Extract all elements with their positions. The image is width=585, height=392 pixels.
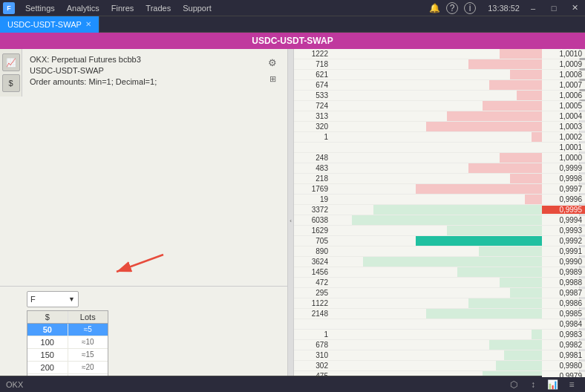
bar-area-4 [331,91,542,100]
status-icon-2[interactable]: ↕ [526,377,540,392]
price-row-17[interactable]: 16290,9993 [294,226,585,236]
qty-left-8: 1 [294,133,331,141]
bar-fill-18 [416,236,542,246]
qty-left-15: 3372 [294,206,331,214]
bar-fill-5 [483,101,542,111]
qty-left-0: 1222 [294,50,331,58]
bar-fill-27 [532,330,542,339]
price-right-11: 0,9999 [542,164,585,172]
info-line-2: USDC-USDT-SWAP [30,66,157,75]
help-icon[interactable]: ? [446,2,458,14]
qty-left-18: 705 [294,237,331,245]
price-right-15: 0,9995 [542,206,585,214]
info-icon[interactable]: i [464,2,476,14]
bar-area-22 [331,278,542,287]
price-row-22[interactable]: 4720,9988 [294,278,585,288]
price-right-0: 1,0010 [542,50,585,58]
bar-area-30 [331,361,542,370]
chart-icon-btn[interactable]: 📈 [2,53,20,71]
qty-left-6: 313 [294,112,331,120]
amount-row-2[interactable]: 150≈15 [27,349,108,362]
price-row-21[interactable]: 14560,9989 [294,267,585,278]
price-row-0[interactable]: 12221,0010 [294,49,585,59]
price-row-8[interactable]: 11,0002 [294,132,585,143]
bar-area-0 [331,49,542,59]
price-row-23[interactable]: 2950,9987 [294,288,585,298]
amount-cell-lots-0: ≈5 [68,324,108,336]
price-row-28[interactable]: 6780,9982 [294,340,585,350]
price-row-6[interactable]: 3131,0004 [294,111,585,122]
price-row-11[interactable]: 4830,9999 [294,163,585,174]
orderbook-rows[interactable]: 12221,00107181,00096211,00086741,0007533… [294,49,585,377]
qty-left-21: 1456 [294,268,331,276]
status-icon-1[interactable]: ⬡ [506,377,521,392]
menu-support[interactable]: Support [177,2,218,14]
price-row-19[interactable]: 8900,9991 [294,246,585,257]
price-right-3: 1,0007 [542,81,585,89]
price-row-29[interactable]: 3100,9981 [294,350,585,361]
price-right-29: 0,9981 [542,351,585,359]
price-right-31: 0,9979 [542,372,585,377]
menu-trades[interactable]: Trades [140,2,177,14]
bar-fill-8 [532,132,542,142]
price-row-27[interactable]: 10,9983 [294,330,585,340]
price-row-3[interactable]: 6741,0007 [294,80,585,91]
notification-icon[interactable]: 🔔 [429,3,440,13]
qty-left-30: 302 [294,362,331,370]
grid-icon[interactable]: ⊞ [265,71,280,86]
price-right-27: 0,9983 [542,330,585,339]
price-row-12[interactable]: 2180,9998 [294,174,585,184]
price-right-16: 0,9994 [542,216,585,224]
amount-cell-dollar-1: 100 [27,336,68,348]
menu-settings[interactable]: Settings [19,2,61,14]
price-row-30[interactable]: 3020,9980 [294,361,585,371]
bar-area-15 [331,205,542,215]
qty-left-11: 483 [294,164,331,172]
filter-dropdown[interactable]: F ▼ [27,291,79,307]
dollar-icon-btn[interactable]: $ [2,74,20,92]
tab-usdc-usdt-swap[interactable]: USDC-USDT-SWAP ✕ [0,16,99,33]
price-row-25[interactable]: 21480,9985 [294,309,585,319]
price-row-15[interactable]: 33720,9995 [294,205,585,215]
amount-row-1[interactable]: 100≈10 [27,336,108,349]
bar-area-17 [331,226,542,235]
qty-left-3: 674 [294,81,331,89]
panel-collapse-handle[interactable]: ‹ [288,49,294,392]
price-row-1[interactable]: 7181,0009 [294,59,585,70]
minimize-button[interactable]: – [526,2,540,14]
menu-finres[interactable]: Finres [105,2,140,14]
bar-fill-1 [468,59,542,69]
app-icon: F [3,2,15,14]
status-icon-3[interactable]: 📊 [545,377,560,392]
bar-fill-16 [352,215,542,225]
price-right-19: 0,9991 [542,247,585,255]
amount-row-0[interactable]: 50≈5 [27,324,108,336]
price-right-5: 1,0005 [542,102,585,110]
price-row-26[interactable]: 0,9984 [294,319,585,330]
price-row-14[interactable]: 190,9996 [294,195,585,205]
maximize-button[interactable]: □ [546,2,561,14]
price-row-9[interactable]: 1,0001 [294,143,585,153]
price-row-24[interactable]: 11220,9986 [294,298,585,309]
price-row-10[interactable]: 2481,0000 [294,153,585,163]
bar-area-1 [331,59,542,69]
price-row-7[interactable]: 3201,0003 [294,122,585,132]
bar-fill-28 [489,340,542,350]
price-row-20[interactable]: 36240,9990 [294,257,585,267]
settings-gear-icon[interactable]: ⚙ [265,55,280,70]
bar-fill-11 [468,163,542,173]
price-right-26: 0,9984 [542,320,585,328]
price-row-18[interactable]: 7050,9992 [294,236,585,246]
tab-close-button[interactable]: ✕ [85,20,91,28]
price-row-4[interactable]: 5331,0006 [294,91,585,101]
amount-row-3[interactable]: 200≈20 [27,362,108,374]
menu-analytics[interactable]: Analytics [61,2,105,14]
status-icon-4[interactable]: ≡ [564,377,579,392]
price-row-16[interactable]: 60380,9994 [294,215,585,226]
close-button[interactable]: ✕ [567,2,582,14]
price-row-13[interactable]: 17690,9997 [294,184,585,195]
price-row-2[interactable]: 6211,0008 [294,70,585,80]
price-row-5[interactable]: 7241,0005 [294,101,585,111]
qty-left-7: 320 [294,122,331,131]
qty-left-29: 310 [294,351,331,359]
